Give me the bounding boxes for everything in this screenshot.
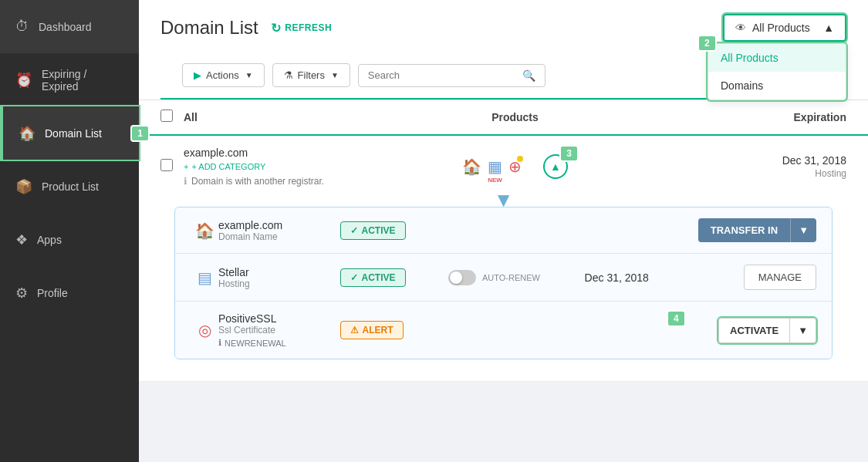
filters-label: Filters [298, 69, 325, 81]
search-wrap[interactable]: 🔍 [358, 64, 545, 87]
dashboard-icon: ⏱ [15, 19, 29, 35]
chevron-up-icon: ▲ [823, 22, 834, 34]
info-icon-2: ℹ [218, 338, 221, 348]
domain-expiration-cell: Dec 31, 2018 Hosting [626, 154, 846, 179]
activate-caret[interactable]: ▼ [789, 319, 816, 342]
warning-icon: ⚠ [350, 325, 359, 336]
new-label: NEW [488, 177, 502, 184]
col-products-header: Products [404, 111, 625, 123]
notice-text: Domain is with another registrar. [191, 176, 324, 187]
filters-button[interactable]: ⚗ Filters ▼ [272, 63, 350, 87]
domain-check-wrap[interactable] [160, 159, 184, 174]
title-area: Domain List ↻ REFRESH [160, 17, 332, 39]
search-icon: 🔍 [522, 69, 535, 82]
step-badge-1: 1 [130, 125, 150, 142]
transfer-in-button[interactable]: TRANSFER IN ▼ [698, 218, 816, 242]
check-all-wrap[interactable] [160, 110, 184, 125]
sub-product-name: example.com [218, 219, 340, 231]
domain-row-icon: 🏠 [191, 221, 218, 240]
sidebar-item-label: Dashboard [39, 21, 92, 33]
auto-renew-toggle[interactable] [448, 270, 476, 285]
step-badge-3: 3 [559, 145, 579, 162]
step-badge-4: 4 [667, 310, 686, 327]
eye-icon: 👁 [735, 22, 746, 34]
refresh-label: REFRESH [285, 22, 332, 33]
product-selector-label: All Products [752, 22, 810, 34]
status-badge-alert: ⚠ ALERT [340, 321, 404, 339]
sidebar-item-dashboard[interactable]: ⏱ Dashboard [0, 0, 139, 53]
expanded-row-hosting: ▤ Stellar Hosting ✓ ACTIVE [175, 254, 832, 302]
stellar-sub: Hosting [218, 278, 340, 289]
refresh-icon: ↻ [271, 21, 282, 35]
ssl-row-icon: ◎ [191, 321, 218, 339]
transfer-in-caret[interactable]: ▼ [790, 218, 816, 242]
shield-product-icon: ⊕ [508, 157, 522, 176]
refresh-button[interactable]: ↻ REFRESH [271, 21, 332, 35]
table-body: example.com + + ADD CATEGORY ℹ Domain is… [139, 136, 868, 462]
sidebar-item-domain-list[interactable]: 🏠 Domain List 1 [0, 106, 139, 160]
ssl-row-action[interactable]: 4 ACTIVATE ▼ [677, 318, 816, 343]
sidebar-item-product-list[interactable]: 📦 Product List [0, 160, 139, 213]
actions-button[interactable]: ▶ Actions ▼ [182, 63, 265, 87]
manage-label: MANAGE [758, 271, 802, 283]
ssl-status-label: ALERT [363, 325, 393, 336]
sidebar: ⏱ Dashboard ⏰ Expiring / Expired 🏠 Domai… [0, 0, 139, 462]
home-product-icon: 🏠 [462, 157, 481, 176]
sidebar-item-label: Product List [42, 180, 99, 193]
product-selector[interactable]: 👁 All Products ▲ 2 All Products Domains [723, 14, 846, 42]
domain-row-action[interactable]: TRANSFER IN ▼ [677, 218, 816, 242]
domain-row-status: ✓ ACTIVE [340, 221, 433, 240]
add-category-label: + ADD CATEGORY [191, 162, 265, 171]
page-header: Domain List ↻ REFRESH 👁 All Products ▲ 2 [139, 0, 868, 100]
activate-label: ACTIVATE [719, 319, 789, 342]
expanded-row-ssl: ◎ PositiveSSL Ssl Certificate ℹ NEWRENEW… [175, 302, 832, 359]
status-label: ACTIVE [362, 225, 396, 236]
domain-checkbox[interactable] [160, 159, 173, 171]
col-expiration-header: Expiration [626, 111, 846, 123]
hosting-row-name: Stellar Hosting [218, 266, 340, 289]
filters-caret: ▼ [331, 71, 339, 79]
activate-button[interactable]: ACTIVATE ▼ [718, 318, 816, 343]
grid-icon-2: ▤ [198, 268, 212, 287]
col-name-header: All [184, 111, 404, 123]
auto-renew-label: AUTO-RENEW [482, 273, 540, 282]
header-top: Domain List ↻ REFRESH 👁 All Products ▲ 2 [160, 14, 846, 52]
manage-button[interactable]: MANAGE [744, 265, 816, 290]
domain-notice: ℹ Domain is with another registrar. [184, 176, 404, 187]
hosting-row-icon: ▤ [191, 268, 218, 287]
product-list-icon: 📦 [15, 178, 32, 195]
ssl-icon: ◎ [198, 321, 211, 339]
toggle-knob [450, 271, 462, 284]
check-all[interactable] [160, 110, 173, 122]
home-icon-2: 🏠 [195, 221, 214, 240]
expiration-date: Dec 31, 2018 [782, 154, 846, 167]
filter-icon: ⚗ [284, 69, 293, 81]
product-selector-button[interactable]: 👁 All Products ▲ [723, 14, 846, 42]
table-header: All Products Expiration [139, 100, 868, 136]
ssl-notice-text: NEWRENEWAL [225, 339, 286, 348]
sidebar-item-profile[interactable]: ⚙ Profile [0, 266, 139, 319]
dropdown-item-all-products[interactable]: All Products [708, 44, 846, 72]
sidebar-item-label: Expiring / Expired [42, 68, 123, 93]
expanded-panel: 🏠 example.com Domain Name ✓ ACTIVE [174, 207, 833, 359]
search-input[interactable] [368, 69, 522, 81]
alert-dot [517, 156, 523, 162]
add-category-btn[interactable]: + + ADD CATEGORY [184, 162, 404, 171]
product-dropdown-menu: 2 All Products Domains [708, 43, 846, 100]
hosting-status-label: ACTIVE [362, 272, 396, 283]
hosting-row-status: ✓ ACTIVE [340, 268, 433, 287]
grid-product-icon: ▦ NEW [488, 157, 502, 176]
sidebar-item-apps[interactable]: ❖ Apps [0, 213, 139, 266]
status-badge-active-2: ✓ ACTIVE [340, 268, 406, 287]
dropdown-item-domains[interactable]: Domains [708, 72, 846, 99]
hosting-row-action[interactable]: MANAGE [677, 265, 816, 290]
actions-label: Actions [206, 69, 239, 81]
ssl-name: PositiveSSL [218, 312, 340, 325]
domain-row-name: example.com Domain Name [218, 219, 340, 242]
stellar-name: Stellar [218, 266, 340, 278]
sidebar-item-expiring[interactable]: ⏰ Expiring / Expired [0, 53, 139, 106]
ssl-notice: ℹ NEWRENEWAL [218, 338, 340, 348]
hosting-row-toggle[interactable]: AUTO-RENEW [433, 270, 556, 285]
transfer-in-label: TRANSFER IN [698, 218, 790, 242]
expiring-icon: ⏰ [15, 72, 32, 89]
